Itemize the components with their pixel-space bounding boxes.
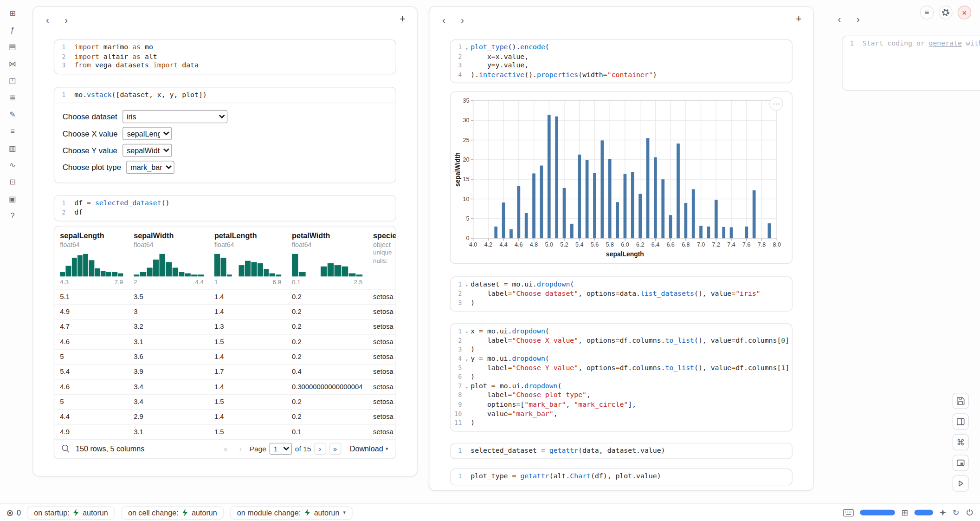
dropdown-choose-plot-type[interactable]: mark_bar <box>126 161 174 174</box>
keyboard-icon[interactable] <box>843 509 854 516</box>
error-indicator[interactable]: ⊗ 0 <box>6 508 21 518</box>
save-button[interactable] <box>953 393 969 409</box>
download-button[interactable]: Download ▾ <box>350 444 388 453</box>
zoom-slider[interactable] <box>915 510 933 515</box>
table-row[interactable]: 5.13.51.40.2setosa <box>54 289 395 304</box>
cell-placeholder[interactable]: Start coding or generate with <box>861 39 980 49</box>
settings-button[interactable] <box>939 6 953 20</box>
code-line[interactable]: ).interactive().properties(width="contai… <box>470 71 792 80</box>
on-startup-setting[interactable]: on startup: autorun <box>27 506 115 520</box>
scroll-left-button[interactable]: ‹ <box>41 13 55 26</box>
prev-page-button[interactable]: ‹ <box>234 443 246 455</box>
on-cell-change-setting[interactable]: on cell change: autorun <box>121 506 224 520</box>
scroll-right-button[interactable]: › <box>59 13 73 26</box>
datasources-icon[interactable]: ▤ <box>6 40 19 54</box>
help-icon[interactable]: ? <box>6 209 19 223</box>
table-row[interactable]: 4.93.11.50.1setosa <box>54 424 395 439</box>
notebook-icon[interactable]: ƒ <box>6 23 19 37</box>
column-header[interactable]: sepalLengthfloat644.37.9 <box>54 231 128 289</box>
shutdown-button[interactable]: × <box>958 6 972 20</box>
tracebacks-icon[interactable]: ∿ <box>6 158 19 172</box>
code-line[interactable]: ) <box>470 345 792 355</box>
code-line[interactable]: ) <box>470 299 792 308</box>
scratchpad-icon[interactable]: ✎ <box>6 108 19 122</box>
table-row[interactable]: 4.73.21.30.2setosa <box>54 319 395 334</box>
first-page-button[interactable]: « <box>219 443 232 455</box>
table-row[interactable]: 53.61.40.2setosa <box>54 349 395 364</box>
code-line[interactable]: ) <box>470 418 792 428</box>
picture-in-picture-button[interactable] <box>953 455 969 471</box>
column-header[interactable]: petalLengthfloat6416.9 <box>209 231 286 289</box>
table-row[interactable]: 53.41.50.2setosa <box>54 394 395 409</box>
column-header[interactable]: sepalWidthfloat6424.4 <box>128 231 209 289</box>
code-line[interactable]: plot = mo.ui.dropdown( <box>470 382 792 391</box>
add-cell-button[interactable]: + <box>792 13 806 26</box>
keyboard-shortcuts-button[interactable]: ⌘ <box>953 434 969 450</box>
packages-icon[interactable]: ◳ <box>6 74 19 88</box>
logs-icon[interactable]: ▣ <box>6 192 19 206</box>
snippets-icon[interactable]: ⊡ <box>6 175 19 189</box>
last-page-button[interactable]: » <box>329 443 341 455</box>
code-line[interactable]: options=["mark_bar", "mark_circle"], <box>470 400 792 410</box>
code-line[interactable]: label="Choose dataset", options=data.lis… <box>470 290 792 299</box>
search-icon[interactable] <box>62 445 70 453</box>
scroll-left-button[interactable]: ‹ <box>832 12 846 26</box>
cell-selected-dataset[interactable]: 1selected_dataset = getattr(data, datase… <box>450 443 793 459</box>
code-line[interactable]: value="mark_bar", <box>470 410 792 419</box>
cell-imports[interactable]: 1import marimo as mo2import altair as al… <box>54 39 396 74</box>
on-module-change-setting[interactable]: on module change: autorun ▾ <box>230 506 353 520</box>
page-select[interactable]: 1 <box>270 443 292 455</box>
dependencies-icon[interactable]: ≣ <box>6 91 19 104</box>
power-icon[interactable] <box>966 508 974 517</box>
table-row[interactable]: 4.63.41.40.30000000000000004setosa <box>54 379 395 394</box>
code-line[interactable]: mo.vstack([dataset, x, y, plot]) <box>73 91 396 100</box>
code-line[interactable]: plot_type = getattr(alt.Chart(df), plot.… <box>470 472 792 482</box>
dropdown-choose-dataset[interactable]: iris <box>122 111 227 124</box>
grid-icon[interactable]: ⊞ <box>902 508 909 517</box>
table-row[interactable]: 4.42.91.40.2setosa <box>54 410 395 424</box>
code-line[interactable]: df = selected_dataset() <box>73 199 396 208</box>
documentation-icon[interactable]: ▥ <box>6 141 19 155</box>
file-explorer-icon[interactable]: ⊞ <box>6 6 19 20</box>
cell-vstack[interactable]: 1mo.vstack([dataset, x, y, plot]) Choose… <box>54 87 396 183</box>
code-line[interactable]: import altair as alt <box>73 52 396 62</box>
variables-icon[interactable]: ⋈ <box>6 57 19 71</box>
table-row[interactable]: 4.63.11.50.2setosa <box>54 334 395 349</box>
code-line[interactable]: y=y.value, <box>470 61 792 71</box>
code-line[interactable]: from vega_datasets import data <box>73 61 396 71</box>
code-line[interactable]: dataset = mo.ui.dropdown( <box>470 280 792 290</box>
add-cell-button[interactable]: + <box>396 13 410 26</box>
dropdown-choose-x-value[interactable]: sepalLength <box>122 127 172 140</box>
code-line[interactable]: import marimo as mo <box>73 43 396 52</box>
run-all-button[interactable] <box>953 475 969 492</box>
altair-bar-chart[interactable]: 4.04.24.44.64.85.05.25.45.65.86.06.26.46… <box>454 97 782 259</box>
code-line[interactable]: x = mo.ui.dropdown( <box>470 327 792 337</box>
code-line[interactable]: plot_type().encode( <box>470 43 792 52</box>
table-row[interactable]: 4.931.40.2setosa <box>54 304 395 319</box>
cell-dataset-dropdown[interactable]: 1▾dataset = mo.ui.dropdown(2 label="Choo… <box>450 277 793 312</box>
generate-with-ai-link[interactable]: generate <box>929 39 962 48</box>
table-row[interactable]: 5.43.91.70.4setosa <box>54 365 395 379</box>
code-line[interactable]: df <box>73 208 396 217</box>
minimap-slider[interactable] <box>860 510 895 515</box>
scroll-right-button[interactable]: › <box>851 12 865 26</box>
layout-toggle-button[interactable] <box>953 413 969 430</box>
cell-plot-expression[interactable]: 1▾plot_type().encode(2 x=x.value,3 y=y.v… <box>450 39 793 84</box>
restart-icon[interactable]: ↻ <box>953 508 960 517</box>
code-line[interactable]: y = mo.ui.dropdown( <box>470 355 792 364</box>
code-line[interactable]: selected_dataset = getattr(data, dataset… <box>470 446 792 456</box>
code-line[interactable]: ) <box>470 373 792 382</box>
code-line[interactable]: label="Choose Y value", options=df.colum… <box>470 364 792 373</box>
cell-df[interactable]: 1df = selected_dataset()2df <box>54 195 396 221</box>
cell-plot-type[interactable]: 1plot_type = getattr(alt.Chart(df), plot… <box>450 469 793 485</box>
menu-button[interactable]: ≡ <box>920 6 934 20</box>
column-header[interactable]: petalWidthfloat640.12.5 <box>286 231 368 289</box>
code-line[interactable]: label="Choose X value", options=df.colum… <box>470 336 792 345</box>
outline-icon[interactable]: ≡ <box>6 124 19 138</box>
dropdown-choose-y-value[interactable]: sepalWidth <box>122 144 172 157</box>
code-line[interactable]: label="Choose plot type", <box>470 391 792 400</box>
column-header[interactable]: speciesobjectuniquenulls: <box>368 231 396 289</box>
next-page-button[interactable]: › <box>314 443 326 455</box>
code-line[interactable]: x=x.value, <box>470 52 792 62</box>
ai-sparkle-icon[interactable] <box>940 509 947 516</box>
